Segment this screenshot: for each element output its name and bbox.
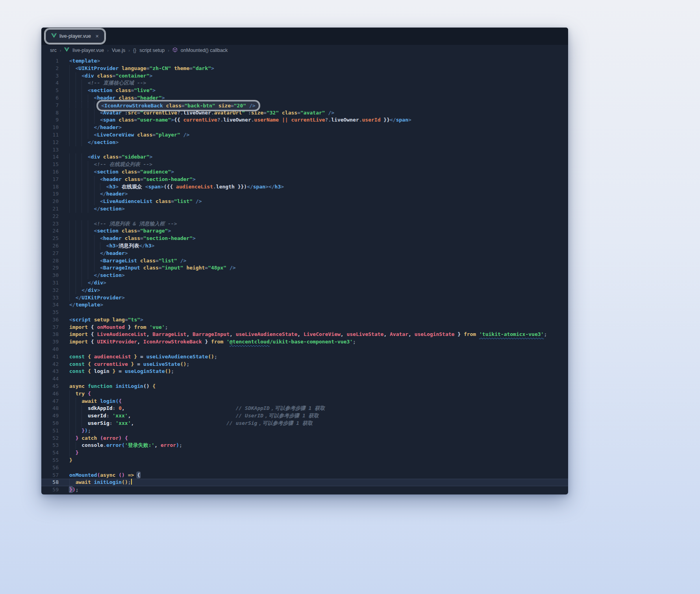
code-token: BarrageList — [103, 258, 137, 264]
code-line[interactable]: 4 <!-- 直播核心区域 --> — [41, 79, 568, 87]
code-line[interactable]: 32 </div> — [41, 287, 568, 294]
code-line[interactable]: 22 — [41, 213, 568, 220]
code-line[interactable]: 18 <h3> 在线观众 <span>({{ audienceList.leng… — [41, 183, 568, 191]
tab-live-player[interactable]: live-player.vue ✕ — [46, 30, 104, 42]
code-token: ; — [165, 324, 168, 330]
tab-label: live-player.vue — [59, 33, 91, 39]
line-number: 24 — [41, 227, 59, 235]
code-token: > — [100, 302, 103, 308]
code-line[interactable]: 24 <section class="barrage"> — [41, 227, 568, 235]
code-line[interactable]: 43const { login } = useLoginState(); — [41, 368, 568, 375]
tab-close-icon[interactable]: ✕ — [95, 34, 99, 39]
line-number: 37 — [41, 324, 59, 331]
code-line[interactable]: 33 </UIKitProvider> — [41, 294, 568, 302]
code-line[interactable]: 39import { UIKitProvider, IconArrowStrok… — [41, 338, 568, 346]
code-line[interactable]: 47 await login({ — [41, 398, 568, 405]
code-line[interactable]: 36<script setup lang="ts"> — [41, 316, 568, 324]
code-line[interactable]: 29 <BarrageInput class="input" height="4… — [41, 264, 568, 272]
code-line[interactable]: 34</template> — [41, 301, 568, 309]
code-line[interactable]: 15 <!-- 在线观众列表 --> — [41, 161, 568, 168]
breadcrumb-framework[interactable]: Vue.js — [112, 48, 125, 53]
code-line[interactable]: 37import { onMounted } from 'vue'; — [41, 324, 568, 331]
code-line[interactable]: 10 </header> — [41, 124, 568, 131]
code-line[interactable]: 11 <LiveCoreView class="player" /> — [41, 131, 568, 139]
code-line[interactable]: 38import { LiveAudienceList, BarrageList… — [41, 331, 568, 338]
code-token: > — [211, 65, 214, 71]
code-line[interactable]: 7 <IconArrowStrokeBack class="back-btn" … — [41, 102, 568, 109]
code-token: { — [125, 435, 128, 441]
code-line[interactable]: 17 <header class="section-header"> — [41, 176, 568, 183]
code-token: < — [100, 265, 103, 271]
code-token: ' — [226, 339, 230, 345]
code-line[interactable]: 28 <BarrageList class="list" /> — [41, 257, 568, 265]
breadcrumb-symbol[interactable]: onMounted() callback — [181, 48, 228, 53]
code-line[interactable]: 2 <UIKitProvider language="zh-CN" theme=… — [41, 65, 568, 72]
code-line[interactable]: 53 console.error('登录失败:', error); — [41, 442, 568, 449]
code-token: = — [231, 103, 234, 109]
line-number: 25 — [41, 235, 59, 242]
code-line[interactable]: 45async function initLogin() { — [41, 383, 568, 390]
line-number: 2 — [41, 65, 59, 72]
code-token: span — [148, 184, 161, 190]
code-token: /> — [230, 265, 236, 271]
code-line[interactable]: 57onMounted(async () => { — [41, 472, 568, 479]
code-token: size — [219, 103, 231, 109]
code-line[interactable]: 58 await initLogin(); — [41, 479, 568, 486]
code-line[interactable]: 59}); — [41, 486, 568, 494]
code-line[interactable]: 25 <header class="section-header"> — [41, 235, 568, 242]
code-line[interactable]: 56 — [41, 464, 568, 472]
code-line[interactable]: 5 <section class="live"> — [41, 87, 568, 94]
breadcrumb-scope[interactable]: script setup — [139, 48, 165, 53]
code-area[interactable]: 1<template>2 <UIKitProvider language="zh… — [41, 55, 568, 494]
code-line[interactable]: 54 } — [41, 449, 568, 457]
code-line[interactable]: 16 <section class="audience"> — [41, 168, 568, 176]
code-token: initLogin — [115, 383, 143, 389]
code-line[interactable]: 40 — [41, 346, 568, 353]
code-line[interactable]: 26 <h3>消息列表</h3> — [41, 242, 568, 250]
code-line[interactable]: 44 — [41, 375, 568, 383]
code-line[interactable]: 9 <span class="user-name">{{ currentLive… — [41, 116, 568, 124]
code-line[interactable]: 55} — [41, 457, 568, 464]
code-line[interactable]: 14 <div class="sidebar"> — [41, 153, 568, 161]
code-line[interactable]: 23 <!-- 消息列表 & 消息输入框 --> — [41, 220, 568, 228]
code-line[interactable]: 20 <LiveAudienceList class="list" /> — [41, 198, 568, 205]
code-line[interactable]: 42const { currentLive } = useLiveState()… — [41, 361, 568, 368]
code-line[interactable]: 30 </section> — [41, 272, 568, 279]
code-line[interactable]: 19 </header> — [41, 190, 568, 198]
code-line[interactable]: 49 userId: 'xxx', // UserID，可以参考步骤 1 获取 — [41, 412, 568, 420]
code-token: 在线观众 — [119, 184, 145, 190]
code-token: span — [253, 184, 265, 190]
code-token — [115, 117, 119, 123]
code-line[interactable]: 35 — [41, 309, 568, 316]
code-token: UIKitProvider — [81, 295, 122, 301]
code-line[interactable]: 46 try { — [41, 390, 568, 398]
code-line[interactable]: 48 sdkAppId: 0, // SDKAppID，可以参考步骤 1 获取 — [41, 405, 568, 412]
breadcrumb-src[interactable]: src — [50, 48, 57, 53]
code-token: <!-- 在线观众列表 --> — [94, 161, 152, 167]
code-line[interactable]: 31 </div> — [41, 279, 568, 287]
code-line[interactable]: 51 }); — [41, 427, 568, 435]
vue-logo-icon — [64, 47, 69, 53]
code-token: @tencentcloud — [230, 339, 270, 345]
code-line[interactable]: 13 — [41, 146, 568, 154]
code-line[interactable]: 21 </section> — [41, 205, 568, 213]
code-line[interactable]: 1<template> — [41, 57, 568, 65]
code-token: , — [408, 331, 415, 337]
code-line[interactable]: 12 </section> — [41, 139, 568, 146]
code-line[interactable]: 3 <div class="container"> — [41, 72, 568, 80]
code-token — [215, 103, 219, 109]
code-token — [180, 132, 183, 138]
code-token: ; — [128, 479, 131, 485]
code-token: , — [154, 442, 161, 448]
breadcrumb-file[interactable]: live-player.vue — [72, 48, 104, 53]
code-token: "input" — [162, 265, 183, 271]
code-token: </ — [88, 139, 94, 145]
line-number: 33 — [41, 294, 59, 302]
code-token: = — [152, 132, 156, 138]
code-line[interactable]: 27 </header> — [41, 250, 568, 257]
code-line[interactable]: 52 } catch (error) { — [41, 435, 568, 442]
code-token: login — [100, 398, 115, 404]
code-line[interactable]: 41const { audienceList } = useLiveAudien… — [41, 353, 568, 361]
code-line[interactable]: 50 userSig: 'xxx', // userSig，可以参考步骤 1 获… — [41, 420, 568, 427]
code-token: liveOwner — [223, 117, 251, 123]
